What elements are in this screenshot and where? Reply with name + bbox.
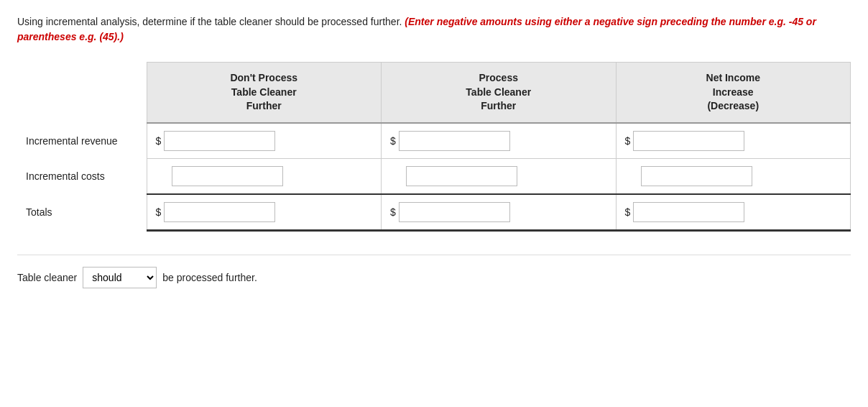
cell-revenue-col1: $ [147,123,382,159]
cell-totals-col2: $ [382,194,617,231]
input-costs-col1[interactable] [172,166,283,186]
table-header-col2: ProcessTable CleanerFurther [382,63,617,123]
table-header-col3: Net IncomeIncrease(Decrease) [616,63,851,123]
table-row: Incremental revenue $ $ $ [17,123,851,159]
table-header-empty [17,63,147,123]
should-select[interactable]: should should not [83,267,157,288]
cell-revenue-col3: $ [616,123,851,159]
cell-costs-col2 [382,158,617,194]
analysis-table: Don't ProcessTable CleanerFurther Proces… [17,62,851,232]
dollar-sign: $ [390,206,396,218]
input-revenue-col3[interactable] [633,131,744,151]
input-costs-col2[interactable] [406,166,517,186]
table-cleaner-label: Table cleaner [17,272,77,283]
row-label-incremental-revenue: Incremental revenue [17,123,147,159]
dollar-sign: $ [390,135,396,147]
input-revenue-col1[interactable] [164,131,275,151]
dollar-sign: $ [156,206,162,218]
dollar-sign: $ [156,135,162,147]
input-revenue-col2[interactable] [399,131,510,151]
row-label-totals: Totals [17,194,147,231]
table-row: Incremental costs [17,158,851,194]
input-totals-col3[interactable] [633,202,744,222]
dollar-sign: $ [625,206,631,218]
input-totals-col1[interactable] [164,202,275,222]
cell-revenue-col2: $ [382,123,617,159]
input-costs-col3[interactable] [641,166,752,186]
dollar-sign: $ [625,135,631,147]
table-cleaner-section: Table cleaner should should not be proce… [17,255,851,288]
table-row: Totals $ $ $ [17,194,851,231]
processed-text: be processed further. [162,272,257,283]
intro-text: Using incremental analysis, determine if… [17,14,851,45]
cell-costs-col3 [616,158,851,194]
cell-totals-col3: $ [616,194,851,231]
cell-costs-col1 [147,158,382,194]
table-header-col1: Don't ProcessTable CleanerFurther [147,63,382,123]
cell-totals-col1: $ [147,194,382,231]
row-label-incremental-costs: Incremental costs [17,158,147,194]
input-totals-col2[interactable] [399,202,510,222]
